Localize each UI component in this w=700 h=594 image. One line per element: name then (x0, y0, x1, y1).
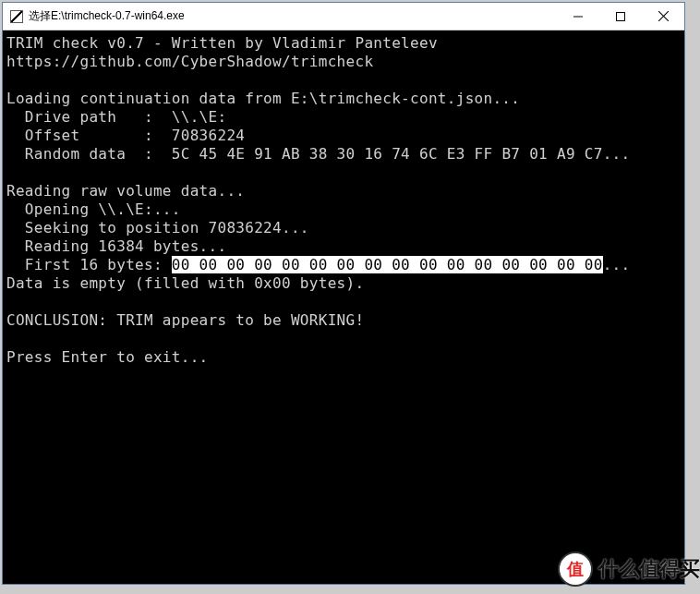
label: Drive path : (6, 108, 172, 126)
value: 70836224 (172, 127, 245, 144)
console-output[interactable]: TRIM check v0.7 - Written by Vladimir Pa… (3, 30, 684, 584)
console-line: Data is empty (filled with 0x00 bytes). (6, 274, 681, 293)
console-line: Loading continuation data from E:\trimch… (6, 90, 681, 108)
label: Offset : (6, 127, 172, 144)
close-button[interactable] (642, 3, 684, 30)
value: 5C 45 4E 91 AB 38 30 16 74 6C E3 FF B7 0… (172, 145, 631, 163)
console-line: Random data : 5C 45 4E 91 AB 38 30 16 74… (6, 145, 681, 164)
console-line: Offset : 70836224 (6, 127, 681, 145)
svg-rect-1 (617, 12, 625, 20)
value: \\.\E: (172, 108, 227, 126)
maximize-button[interactable] (599, 3, 642, 30)
console-line (6, 293, 681, 311)
minimize-button[interactable] (557, 3, 599, 30)
console-line (6, 71, 681, 90)
console-line: Reading raw volume data... (6, 182, 681, 200)
console-line: Reading 16384 bytes... (6, 237, 681, 256)
console-line (6, 330, 681, 348)
console-line (6, 164, 681, 182)
window-controls (557, 3, 684, 30)
console-line: Press Enter to exit... (6, 348, 681, 367)
console-line: CONCLUSION: TRIM appears to be WORKING! (6, 311, 681, 330)
maximize-icon (616, 12, 625, 21)
tail: ... (603, 256, 631, 273)
close-icon (658, 11, 669, 21)
console-line: TRIM check v0.7 - Written by Vladimir Pa… (6, 34, 681, 53)
console-line: Seeking to position 70836224... (6, 219, 681, 237)
highlighted-bytes: 00 00 00 00 00 00 00 00 00 00 00 00 00 0… (172, 256, 603, 273)
minimize-icon (573, 12, 583, 21)
window-title: 选择E:\trimcheck-0.7-win64.exe (29, 8, 557, 24)
titlebar[interactable]: 选择E:\trimcheck-0.7-win64.exe (3, 3, 684, 30)
console-line: Opening \\.\E:... (6, 200, 681, 219)
app-icon (10, 10, 23, 23)
console-window: 选择E:\trimcheck-0.7-win64.exe TRIM check … (2, 2, 685, 585)
console-line: https://github.com/CyberShadow/trimcheck (6, 53, 681, 71)
label: Random data : (6, 145, 172, 163)
console-line: Drive path : \\.\E: (6, 108, 681, 127)
label: First 16 bytes: (6, 256, 172, 273)
console-line: First 16 bytes: 00 00 00 00 00 00 00 00 … (6, 256, 681, 274)
